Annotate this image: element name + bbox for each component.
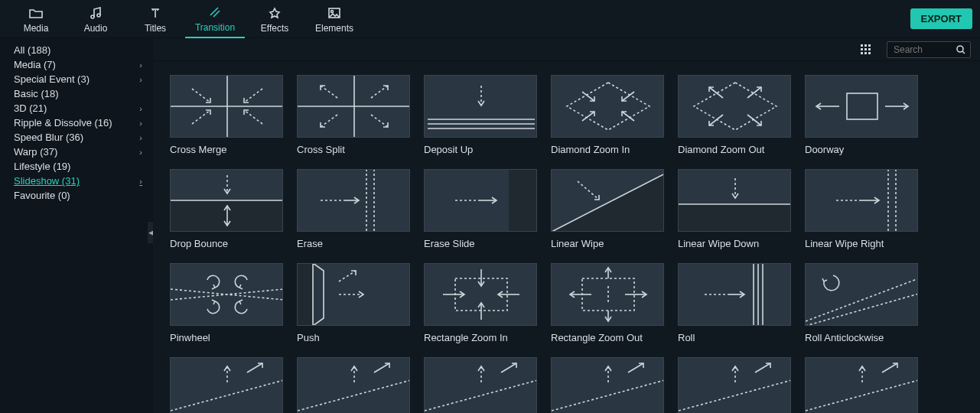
- transition-caption: Linear Wipe Right: [805, 238, 918, 249]
- nav-effects[interactable]: Effects: [245, 0, 304, 38]
- transition-thumbnail[interactable]: [805, 357, 918, 413]
- chevron-right-icon: ›: [139, 119, 142, 128]
- chevron-right-icon: ›: [139, 75, 142, 84]
- svg-rect-6: [868, 44, 871, 47]
- transition-thumbnail[interactable]: [805, 75, 918, 138]
- nav-audio[interactable]: Audio: [66, 0, 125, 38]
- sidebar-item[interactable]: Favourite (0): [0, 188, 153, 203]
- svg-line-86: [247, 363, 262, 372]
- sidebar-item[interactable]: 3D (21)›: [0, 101, 153, 115]
- svg-rect-10: [861, 52, 863, 54]
- transition-thumbnail[interactable]: [170, 357, 283, 413]
- transition-caption: Rectangle Zoom In: [424, 332, 537, 343]
- transition-thumbnail[interactable]: [424, 169, 537, 232]
- transition-item: Drop Bounce: [170, 169, 283, 249]
- nav-transition[interactable]: Transition: [185, 0, 245, 38]
- svg-line-94: [552, 380, 663, 411]
- svg-rect-64: [298, 263, 313, 326]
- svg-line-91: [425, 380, 536, 411]
- svg-line-97: [679, 380, 790, 411]
- svg-rect-55: [679, 204, 790, 232]
- svg-line-35: [709, 87, 723, 98]
- search-input[interactable]: [892, 44, 953, 56]
- transition-item: [805, 357, 918, 413]
- svg-point-0: [91, 15, 94, 18]
- effects-icon: [269, 6, 281, 20]
- nav-label: Elements: [315, 23, 353, 34]
- svg-line-37: [709, 115, 723, 125]
- transition-caption: Push: [297, 332, 410, 343]
- transition-grid-container: Cross MergeCross SplitDeposit UpDiamond …: [153, 61, 980, 413]
- sidebar-item[interactable]: Special Event (3)›: [0, 72, 153, 86]
- svg-line-98: [755, 363, 770, 372]
- sidebar-item[interactable]: Slideshow (31)›: [0, 174, 153, 188]
- svg-line-24: [371, 86, 388, 98]
- transition-thumbnail[interactable]: [551, 75, 664, 138]
- svg-line-34: [622, 112, 634, 121]
- sidebar-collapse-handle[interactable]: ◀: [148, 222, 153, 243]
- transition-thumbnail[interactable]: [170, 169, 283, 232]
- sidebar-item-label: 3D (21): [14, 102, 47, 114]
- chevron-right-icon: ›: [139, 148, 142, 157]
- transition-item: Rectangle Zoom In: [424, 263, 537, 343]
- top-nav: Media Audio Titles Transition Effects El…: [0, 0, 980, 38]
- svg-line-14: [962, 51, 965, 54]
- export-button[interactable]: EXPORT: [910, 8, 972, 29]
- transition-thumbnail[interactable]: [297, 75, 410, 138]
- sidebar-item[interactable]: Ripple & Dissolve (16)›: [0, 115, 153, 130]
- sidebar-item[interactable]: Warp (37)›: [0, 145, 153, 159]
- transition-thumbnail[interactable]: [297, 357, 410, 413]
- transition-caption: Erase: [297, 238, 410, 249]
- nav-media[interactable]: Media: [6, 0, 66, 38]
- svg-line-33: [582, 112, 594, 121]
- sidebar-item[interactable]: Lifestyle (19): [0, 159, 153, 174]
- transition-icon: [209, 5, 221, 19]
- nav-titles[interactable]: Titles: [125, 0, 185, 38]
- transition-thumbnail[interactable]: [424, 357, 537, 413]
- transition-thumbnail[interactable]: [551, 263, 664, 326]
- transition-thumbnail[interactable]: [424, 75, 537, 138]
- transition-thumbnail[interactable]: [678, 263, 791, 326]
- svg-line-83: [806, 278, 917, 321]
- transition-item: Diamond Zoom In: [551, 75, 664, 155]
- nav-label: Audio: [84, 23, 108, 34]
- transition-thumbnail[interactable]: [551, 357, 664, 413]
- transition-thumbnail[interactable]: [170, 75, 283, 138]
- transition-item: Diamond Zoom Out: [678, 75, 791, 155]
- transition-caption: Doorway: [805, 144, 918, 155]
- svg-line-101: [882, 363, 897, 372]
- svg-rect-5: [864, 44, 867, 47]
- sidebar-item-label: Special Event (3): [14, 73, 90, 85]
- transition-thumbnail[interactable]: [805, 263, 918, 326]
- sidebar-item[interactable]: Basic (18): [0, 86, 153, 101]
- image-icon: [328, 6, 340, 20]
- svg-rect-11: [864, 52, 867, 54]
- transition-thumbnail[interactable]: [424, 263, 537, 326]
- sidebar-item-label: Warp (37): [14, 146, 57, 158]
- transition-thumbnail[interactable]: [551, 169, 664, 232]
- transition-thumbnail[interactable]: [678, 75, 791, 138]
- svg-line-25: [321, 115, 337, 127]
- chevron-right-icon: ›: [139, 177, 142, 186]
- transition-thumbnail[interactable]: [678, 357, 791, 413]
- transition-item: [297, 357, 410, 413]
- transition-item: [551, 357, 664, 413]
- svg-point-1: [97, 14, 100, 17]
- transition-thumbnail[interactable]: [170, 263, 283, 326]
- search-box[interactable]: [887, 41, 971, 58]
- grid-view-toggle[interactable]: [858, 41, 874, 58]
- transition-thumbnail[interactable]: [297, 169, 410, 232]
- sidebar-item[interactable]: Speed Blur (36)›: [0, 130, 153, 145]
- nav-label: Effects: [261, 23, 288, 34]
- search-icon[interactable]: [956, 45, 965, 54]
- nav-elements[interactable]: Elements: [304, 0, 364, 38]
- transition-thumbnail[interactable]: [297, 263, 410, 326]
- chevron-right-icon: ›: [139, 60, 142, 70]
- sidebar-item[interactable]: All (188): [0, 43, 153, 57]
- transition-thumbnail[interactable]: [805, 169, 918, 232]
- transition-thumbnail[interactable]: [678, 169, 791, 232]
- sidebar-item[interactable]: Media (7)›: [0, 57, 153, 72]
- transition-caption: Diamond Zoom In: [551, 144, 664, 155]
- transition-caption: Deposit Up: [424, 144, 537, 155]
- transition-item: Rectangle Zoom Out: [551, 263, 664, 343]
